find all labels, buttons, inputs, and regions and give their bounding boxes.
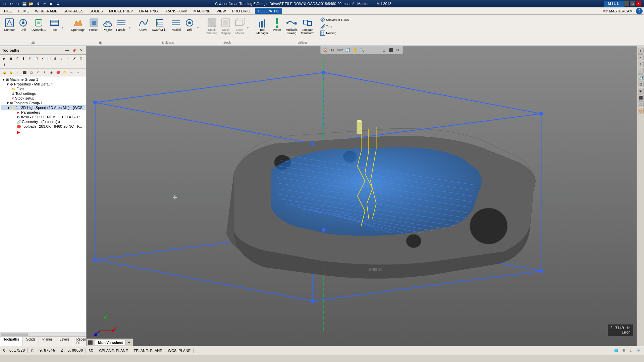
tp-toolbar2-6[interactable]: ✓ bbox=[35, 69, 41, 75]
menu-transform[interactable]: TRANSFORM bbox=[161, 8, 190, 14]
ribbon-btn-stock-shading[interactable]: StockShading bbox=[205, 17, 219, 36]
ribbon-btn-probe[interactable]: Probe bbox=[270, 17, 284, 32]
qa-btn-save[interactable]: 💾 bbox=[21, 1, 28, 7]
ribbon-btn-project[interactable]: Project bbox=[101, 17, 114, 32]
status-info-icon[interactable]: ℹ bbox=[628, 348, 634, 354]
vp-btn-pan[interactable]: ✋ bbox=[352, 47, 358, 53]
rt-btn-5[interactable]: 🔄 bbox=[638, 74, 644, 80]
tp-tool-9[interactable]: 🗑 bbox=[52, 55, 58, 61]
menu-model-prep[interactable]: MODEL PREP bbox=[106, 8, 136, 14]
viewport-tab-main[interactable]: Main Viewsheet bbox=[95, 340, 126, 345]
vp-btn-zoom[interactable]: 🔍 bbox=[359, 47, 365, 53]
ribbon-btn-face[interactable]: Face bbox=[48, 17, 61, 32]
viewport[interactable]: 🏠 ⊡ Auto 🔄 ✋ 🔍 + − ◻ ⬛ ⚙ bbox=[87, 46, 637, 346]
status-settings-icon[interactable]: ⚙ bbox=[621, 348, 627, 354]
tree-toolpath[interactable]: 🔴 Toolpath - 283.0K - 8460-20.NC - F... bbox=[1, 124, 86, 129]
rt-btn-1[interactable]: + bbox=[638, 48, 644, 54]
tree-stock-setup[interactable]: ✕ Stock setup bbox=[1, 96, 86, 101]
ribbon-btn-drill-mx[interactable]: Drill bbox=[183, 17, 196, 32]
ribbon-btn-dynamic[interactable]: Dynamic... bbox=[30, 17, 47, 32]
tp-tool-4[interactable]: ⬆ bbox=[20, 55, 26, 61]
ribbon-btn-stock-model[interactable]: StockModel bbox=[233, 17, 246, 36]
scrollbar-thumb[interactable] bbox=[1, 334, 28, 336]
tp-toolbar2-1[interactable]: 🔒 bbox=[1, 69, 7, 75]
ribbon-btn-toolpath-transform[interactable]: ToolpathTransform bbox=[300, 17, 316, 36]
tp-header-minimize[interactable]: — bbox=[64, 47, 70, 53]
qa-btn-cut[interactable]: ✂ bbox=[42, 1, 48, 7]
vp-btn-zoom-out[interactable]: − bbox=[373, 47, 379, 53]
tab-solids[interactable]: Solids bbox=[23, 337, 39, 346]
tab-toolpaths[interactable]: Toolpaths bbox=[0, 337, 23, 346]
menu-file[interactable]: FILE bbox=[1, 8, 14, 14]
maximize-button[interactable]: □ bbox=[630, 1, 635, 6]
tp-tool-5[interactable]: ⬇ bbox=[27, 55, 33, 61]
qa-btn-play[interactable]: ▶ bbox=[48, 1, 54, 7]
tab-planes[interactable]: Planes bbox=[39, 337, 56, 346]
qa-btn-print[interactable]: 🖨 bbox=[35, 1, 41, 7]
vp-btn-zoom-in[interactable]: + bbox=[366, 47, 372, 53]
rt-btn-8[interactable]: ⬛ bbox=[638, 95, 644, 101]
tp-toolbar2-8[interactable]: ◉ bbox=[48, 69, 54, 75]
tp-tool-6[interactable]: 📋 bbox=[33, 55, 39, 61]
tree-parameters[interactable]: ► Parameters bbox=[1, 110, 86, 115]
tp-toolbar2-11[interactable]: ↔ bbox=[68, 69, 74, 75]
rt-btn-4[interactable]: ↔ bbox=[638, 68, 644, 74]
rt-btn-2[interactable]: − bbox=[638, 54, 644, 60]
tree-tool-settings[interactable]: ⚙ Tool settings bbox=[1, 91, 86, 96]
ribbon-btn-multiaxis-linking[interactable]: MultiaxisLinking bbox=[284, 17, 299, 36]
tp-tool-13[interactable]: ⚙ bbox=[78, 55, 84, 61]
tp-tool-8[interactable]: 📄 bbox=[46, 55, 52, 61]
tp-header-pin[interactable]: 📌 bbox=[71, 47, 77, 53]
menu-surfaces[interactable]: SURFACES bbox=[61, 8, 86, 14]
stock-group-expand[interactable]: ▾ bbox=[247, 26, 249, 29]
menu-view[interactable]: VIEW bbox=[214, 8, 229, 14]
rt-btn-3[interactable]: ↕ bbox=[638, 61, 644, 67]
tp-toolbar2-9[interactable]: 🔴 bbox=[55, 69, 61, 75]
tab-levels[interactable]: Levels bbox=[56, 337, 73, 346]
ribbon-btn-swarf[interactable]: Swarf Mill... bbox=[151, 17, 169, 32]
rt-btn-9[interactable]: ◻ bbox=[638, 101, 644, 107]
vp-btn-home[interactable]: 🏠 bbox=[322, 47, 329, 53]
ribbon-btn-optirough[interactable]: OptiRough bbox=[70, 17, 87, 32]
tree-tool[interactable]: ⚙ #290 - 0.5000 ENDMILL 1 FLAT - 1/... bbox=[1, 115, 86, 119]
tree-geometry[interactable]: 🔗 Geometry - (2) chain(s) bbox=[1, 119, 86, 124]
tp-tool-12[interactable]: ✗ bbox=[71, 55, 77, 61]
viewport-tab-add[interactable]: + bbox=[126, 340, 131, 346]
status-connect-icon[interactable]: 🔗 bbox=[635, 348, 641, 354]
minimize-button[interactable]: — bbox=[624, 1, 629, 6]
tp-toolbar2-7[interactable]: ✗ bbox=[42, 69, 48, 75]
menu-wireframe[interactable]: WIREFRAME bbox=[32, 8, 60, 14]
close-button[interactable]: ✕ bbox=[636, 1, 641, 6]
ribbon-btn-stock-display[interactable]: StockDisplay bbox=[219, 17, 232, 36]
tp-toolbar2-10[interactable]: 📁 bbox=[62, 69, 68, 75]
ribbon-btn-nesting[interactable]: Nesting bbox=[319, 30, 350, 36]
qa-btn-open[interactable]: 📂 bbox=[28, 1, 34, 7]
horizontal-scrollbar[interactable] bbox=[0, 333, 86, 336]
tp-tool-2[interactable]: ⏹ bbox=[8, 55, 14, 61]
3d-group-expand[interactable]: ▾ bbox=[128, 26, 131, 29]
rt-btn-7[interactable]: ◉ bbox=[638, 88, 644, 94]
menu-prodrill[interactable]: PRO DRILL bbox=[229, 8, 254, 14]
status-globe-icon[interactable]: 🌐 bbox=[613, 348, 619, 354]
ribbon-btn-parallel-mx[interactable]: Parallel bbox=[169, 17, 182, 32]
tp-tool-11[interactable]: ✓ bbox=[65, 55, 71, 61]
ribbon-btn-pocket[interactable]: Pocket bbox=[87, 17, 101, 32]
vp-btn-rotate[interactable]: 🔄 bbox=[344, 47, 351, 53]
ribbon-btn-tool-manager[interactable]: ToolManager bbox=[255, 17, 270, 36]
tp-toolbar2-4[interactable]: ⬛ bbox=[21, 69, 28, 75]
qa-btn-new[interactable]: □ bbox=[1, 1, 7, 7]
ribbon-btn-curve[interactable]: Curve bbox=[137, 17, 150, 32]
vp-btn-options[interactable]: ⚙ bbox=[394, 47, 401, 53]
menu-toolpaths[interactable]: TOOLPATHS bbox=[255, 8, 282, 14]
multiaxis-group-expand[interactable]: ▾ bbox=[197, 26, 199, 29]
menu-help[interactable]: ? bbox=[636, 8, 643, 14]
rt-btn-10[interactable]: 🎨 bbox=[638, 108, 644, 114]
vp-btn-shaded[interactable]: ⬛ bbox=[387, 47, 394, 53]
menu-machine[interactable]: MACHINE bbox=[191, 8, 213, 14]
ribbon-btn-convert-5axis[interactable]: 5 Convert to 5-axis bbox=[319, 17, 350, 23]
menu-home[interactable]: HOME bbox=[15, 8, 32, 14]
tp-toolbar2-2[interactable]: 🔓 bbox=[8, 69, 14, 75]
vp-btn-wireframe[interactable]: ◻ bbox=[380, 47, 387, 53]
tp-toolbar2-3[interactable]: ↕ bbox=[15, 69, 21, 75]
tree-files[interactable]: 📁 Files bbox=[1, 86, 86, 91]
